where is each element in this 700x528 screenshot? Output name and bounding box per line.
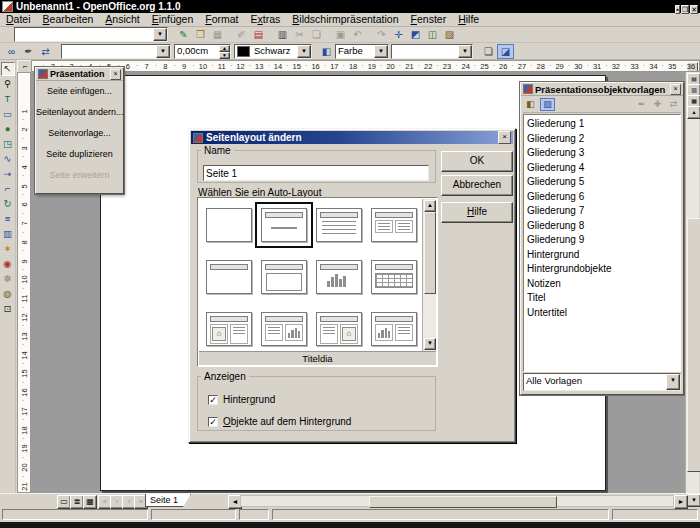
palette-item-seite-einfügen[interactable]: Seite einfügen... [36, 81, 123, 102]
style-item[interactable]: Gliederung 6 [527, 190, 677, 205]
spin-up-icon[interactable]: ▲ [219, 45, 230, 52]
checkbox-background-objects[interactable]: ✓ [208, 417, 218, 427]
lines-arrows-icon[interactable]: ⇢ [1, 167, 15, 181]
layout-thumbnail-title-text-chart[interactable] [261, 312, 307, 346]
scroll-up-icon[interactable]: ▲ [424, 200, 436, 212]
layout-thumbnail-blank[interactable] [206, 208, 252, 242]
close-icon[interactable]: × [670, 84, 681, 95]
palette-item-seitenvorlage[interactable]: Seitenvorlage... [36, 123, 123, 144]
style-item[interactable]: Titel [527, 291, 677, 306]
close-icon[interactable]: × [498, 131, 511, 144]
style-filter-combobox[interactable]: Alle Vorlagen ▼ [523, 373, 681, 391]
dropdown-arrow-icon[interactable]: ▼ [666, 374, 680, 390]
style-item[interactable]: Gliederung 5 [527, 175, 677, 190]
shadow-icon[interactable]: ❏ [480, 44, 497, 59]
scroll-up-icon[interactable]: ▴ [687, 106, 700, 119]
new-document-icon[interactable]: ✎ [175, 27, 192, 42]
style-item[interactable]: Notizen [527, 277, 677, 292]
line-style-combobox[interactable]: ▼ [61, 44, 171, 59]
dialog-title-bar[interactable]: Seitenlayout ändern × [191, 131, 513, 144]
print-icon[interactable]: ▥ [274, 27, 291, 42]
curve-icon[interactable]: ∿ [1, 152, 15, 166]
vertical-scrollbar[interactable]: ▤▥▦▴ ▼ [685, 72, 699, 507]
menu-einfügen[interactable]: Einfügen [146, 13, 199, 26]
palette-item-seite-duplizieren[interactable]: Seite duplizieren [36, 144, 123, 165]
palette-title-bar[interactable]: Präsentation × [36, 68, 123, 81]
menu-bearbeiten[interactable]: Bearbeiten [37, 13, 100, 26]
style-item[interactable]: Gliederung 7 [527, 204, 677, 219]
interaction-icon[interactable]: ◉ [1, 257, 15, 271]
menu-fenster[interactable]: Fenster [405, 13, 453, 26]
alignment-icon[interactable]: ≡ [1, 212, 15, 226]
ellipse-icon[interactable]: ● [1, 122, 15, 136]
spin-down-icon[interactable]: ▼ [219, 52, 230, 59]
ok-button[interactable]: OK [441, 151, 513, 172]
layout-thumbnail-title-table[interactable] [371, 260, 417, 294]
hyperlink-icon[interactable]: ◫ [424, 27, 441, 42]
stylist-icon[interactable]: ◩ [407, 27, 424, 42]
edit-points-icon[interactable]: ∞ [3, 44, 20, 59]
menu-format[interactable]: Format [199, 13, 244, 26]
connector-icon[interactable]: ⌐ [1, 182, 15, 196]
layout-thumbnail-title-chart-text[interactable] [371, 312, 417, 346]
arrange-icon[interactable]: ▥ [1, 227, 15, 241]
graphics-styles-icon[interactable]: ◧ [523, 98, 538, 111]
menu-datei[interactable]: Datei [0, 13, 37, 26]
presentation-screen-icon[interactable]: ⊡ [1, 302, 15, 316]
arrow-style-icon[interactable]: ⇄ [37, 44, 54, 59]
menu-ansicht[interactable]: Ansicht [99, 13, 145, 26]
export-pdf-icon[interactable]: ▤ [250, 27, 267, 42]
dropdown-arrow-icon[interactable]: ▼ [374, 45, 388, 58]
style-item[interactable]: Gliederung 1 [527, 117, 677, 132]
layout-thumbnail-title-box[interactable] [261, 260, 307, 294]
vertical-ruler[interactable]: 1·2·3·4·5·6·7·8·9·10·11·12·13·14·15·16·1… [17, 72, 31, 493]
style-list[interactable]: Gliederung 1Gliederung 2Gliederung 3Glie… [523, 114, 681, 372]
select-icon[interactable]: ↖ [1, 62, 15, 76]
open-icon[interactable]: ❐ [192, 27, 209, 42]
menu-hilfe[interactable]: Hilfe [452, 13, 485, 26]
zoom-icon[interactable]: ⚲ [1, 77, 15, 91]
scroll-thumb[interactable] [687, 218, 700, 472]
style-item[interactable]: Gliederung 8 [527, 219, 677, 234]
style-item[interactable]: Gliederung 2 [527, 132, 677, 147]
layout-thumbnail-title-chart[interactable] [316, 260, 362, 294]
effects-icon[interactable]: ✶ [1, 242, 15, 256]
stylist-title-bar[interactable]: Präsentationsobjektvorlagen × [521, 83, 683, 96]
dropdown-arrow-icon[interactable]: ▼ [156, 45, 170, 58]
name-input[interactable] [203, 165, 429, 181]
line-color-combobox[interactable]: Schwarz ▼ [234, 44, 312, 59]
page-tab[interactable]: Seite 1 [145, 494, 191, 507]
scroll-down-icon[interactable]: ▼ [424, 338, 436, 350]
rotate-mode-icon[interactable]: ◪ [497, 44, 514, 59]
style-item[interactable]: Gliederung 3 [527, 146, 677, 161]
rotate-icon[interactable]: ↻ [1, 197, 15, 211]
checkbox-background[interactable]: ✓ [208, 395, 218, 405]
abbrechen-button[interactable]: Abbrechen [441, 175, 513, 196]
layout-thumbnail-title-sub[interactable] [261, 208, 307, 242]
style-item[interactable]: Hintergrund [527, 248, 677, 263]
layout-thumbnail-title-text-img[interactable]: ⌂ [316, 312, 362, 346]
horizontal-scrollbar[interactable] [240, 495, 674, 507]
presentation-styles-icon[interactable]: ▨ [540, 98, 555, 111]
layout-thumbnail-title-only[interactable] [206, 260, 252, 294]
dropdown-arrow-icon[interactable]: ▼ [297, 45, 311, 58]
scroll-thumb[interactable] [424, 212, 436, 294]
dropdown-arrow-icon[interactable]: ▼ [153, 28, 167, 41]
line-dialog-icon[interactable]: ✒ [20, 44, 37, 59]
style-item[interactable]: Hintergrundobjekte [527, 262, 677, 277]
text-icon[interactable]: T [1, 92, 15, 106]
layout-thumbnail-title-2col[interactable] [371, 208, 417, 242]
objects-3d-icon[interactable]: ◳ [1, 137, 15, 151]
gallery-icon[interactable]: ▨ [441, 27, 458, 42]
area-style-icon[interactable]: ◧ [318, 44, 335, 59]
style-item[interactable]: Untertitel [527, 306, 677, 321]
navigator-icon[interactable]: ✛ [390, 27, 407, 42]
palette-item-seitenlayout-ändern[interactable]: Seitenlayout ändern... [36, 102, 123, 123]
effects-3d-icon[interactable]: ◍ [1, 287, 15, 301]
line-width-spinner[interactable]: 0,00cm ▲▼ [174, 44, 231, 59]
layout-thumbnail-title-img-text[interactable]: ⌂ [206, 312, 252, 346]
rectangle-icon[interactable]: ▭ [1, 107, 15, 121]
area-style-combobox[interactable]: Farbe ▼ [335, 44, 389, 59]
close-icon[interactable]: × [110, 69, 121, 80]
horizontal-ruler[interactable]: ·2·3·4·5·6·7·8·9·10·11·12·13·14·15·16·17… [31, 60, 700, 72]
